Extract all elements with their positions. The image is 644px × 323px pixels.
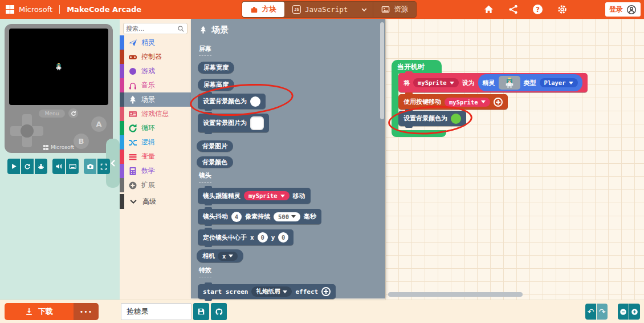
button-a[interactable]: A <box>91 116 107 132</box>
editor-mode-tabs: 方块 JS JavaScript 资源 <box>242 1 417 18</box>
on-start-block[interactable]: 当开机时 <box>392 60 442 74</box>
category-color-strip <box>120 35 124 50</box>
effect-dropdown[interactable]: 礼炮纸屑 <box>251 286 292 297</box>
expand-plus-icon[interactable] <box>494 98 503 107</box>
help-icon[interactable]: ? <box>533 5 543 14</box>
screenshot-button[interactable] <box>84 159 96 174</box>
sprite-of-kind-reporter[interactable]: 精灵 类型 Player <box>478 74 582 91</box>
block-center-camera[interactable]: 定位镜头中心于 x 0 y 0 <box>198 229 294 245</box>
section-effects: 特效 <box>199 266 211 277</box>
save-button[interactable] <box>193 303 209 320</box>
play-button[interactable] <box>7 159 20 174</box>
kind-dropdown[interactable]: Player <box>540 78 578 87</box>
floppy-icon <box>197 308 205 316</box>
download-button[interactable]: 下载 <box>5 303 74 320</box>
undo-button[interactable]: ↶ <box>585 304 596 320</box>
app-header: Microsoft MakeCode Arcade 方块 JS JavaScri… <box>0 0 644 19</box>
block-set-bg-color-used[interactable]: 设置背景颜色为 <box>398 111 466 126</box>
home-icon[interactable] <box>484 5 494 14</box>
share-icon[interactable] <box>508 5 518 14</box>
project-name-input[interactable] <box>121 303 191 320</box>
simulator-screen[interactable] <box>9 29 108 105</box>
zoom-out-button[interactable] <box>618 304 629 320</box>
category-info[interactable]: 游戏信息 <box>120 107 191 121</box>
microsoft-logo-icon <box>43 145 48 150</box>
category-variables[interactable]: 变量 <box>120 150 191 164</box>
sprite-image-slot[interactable] <box>499 76 520 90</box>
pixels-value[interactable]: 4 <box>231 212 242 222</box>
y-value[interactable]: 0 <box>278 232 288 243</box>
category-scene[interactable]: 场景 <box>120 92 191 107</box>
advanced-toggle[interactable]: 高级 <box>120 194 191 209</box>
expand-plus-icon[interactable] <box>321 287 331 296</box>
brand: Microsoft MakeCode Arcade <box>0 5 141 14</box>
block-start-screen-effect[interactable]: start screen 礼炮纸屑 effect <box>198 284 336 299</box>
block-bg-image[interactable]: 背景图片 <box>197 140 233 152</box>
bars-icon <box>128 152 137 161</box>
debug-button[interactable] <box>35 159 47 174</box>
chevron-down-icon <box>129 197 137 205</box>
image-slot[interactable] <box>250 116 264 130</box>
category-color-strip <box>120 135 124 150</box>
tab-blocks[interactable]: 方块 <box>242 2 284 17</box>
fullscreen-button[interactable] <box>97 159 110 174</box>
category-color-strip <box>120 64 124 78</box>
sound-button[interactable] <box>52 159 65 174</box>
search-input[interactable] <box>124 25 177 33</box>
category-color-strip <box>120 78 124 92</box>
bug-icon <box>38 163 44 170</box>
player-sprite-thumbnail <box>504 77 515 88</box>
category-extensions[interactable]: 扩展 <box>120 178 191 192</box>
block-bg-color[interactable]: 背景颜色 <box>197 156 233 168</box>
redo-button[interactable]: ↷ <box>597 304 608 320</box>
caret-icon <box>280 195 285 197</box>
tab-assets[interactable]: 资源 <box>373 2 416 17</box>
github-button[interactable] <box>211 303 227 320</box>
dpad[interactable] <box>10 114 43 147</box>
blocks-workspace[interactable]: 当开机时 将 mySprite 设为 精灵 类型 Player <box>385 19 644 300</box>
property-dropdown[interactable]: x <box>218 252 238 261</box>
block-set-sprite[interactable]: 将 mySprite 设为 精灵 类型 Player <box>398 73 588 92</box>
variable-dropdown[interactable]: mySprite <box>413 78 459 87</box>
simulator-toolbar <box>7 159 110 174</box>
tree-icon <box>128 95 137 104</box>
reset-button[interactable] <box>68 108 78 118</box>
duration-dropdown[interactable]: 500 <box>274 212 300 221</box>
category-math[interactable]: 数学 <box>120 164 191 178</box>
loop-icon <box>128 124 137 133</box>
sprite-dropdown[interactable]: mySprite <box>244 191 290 200</box>
block-move-with-buttons[interactable]: 使用按键移动 mySprite <box>398 94 508 110</box>
block-camera-property[interactable]: 相机 x <box>197 249 243 263</box>
block-screen-width[interactable]: 屏幕宽度 <box>198 62 234 74</box>
circle-icon <box>128 67 137 76</box>
keyboard-button[interactable] <box>66 159 79 174</box>
block-camera-follow[interactable]: 镜头跟随精灵 mySprite 移动 <box>198 188 311 204</box>
category-controller[interactable]: 控制器 <box>120 50 191 64</box>
restart-button[interactable] <box>21 159 34 174</box>
block-camera-shake[interactable]: 镜头抖动 4 像素持续 500 毫秒 <box>198 209 321 224</box>
block-screen-height[interactable]: 屏幕高度 <box>198 79 234 91</box>
tab-javascript[interactable]: JS JavaScript <box>284 2 356 17</box>
sprite-dropdown[interactable]: mySprite <box>445 98 490 107</box>
block-set-bg-image[interactable]: 设置背景图片为 <box>198 114 269 132</box>
category-loops[interactable]: 循环 <box>120 121 191 135</box>
category-logic[interactable]: 逻辑 <box>120 135 191 150</box>
download-more-button[interactable]: ••• <box>74 303 99 320</box>
flyout-scrollbar[interactable] <box>380 22 384 119</box>
category-sprites[interactable]: 精灵 <box>120 35 191 50</box>
zoom-in-icon <box>631 308 638 316</box>
x-value[interactable]: 0 <box>258 232 268 243</box>
signin-button[interactable]: 登录 <box>605 2 641 17</box>
color-slot-green[interactable] <box>451 114 461 124</box>
javascript-dropdown-caret[interactable] <box>356 2 373 17</box>
play-icon <box>11 163 17 169</box>
block-set-bg-color[interactable]: 设置背景颜色为 <box>198 94 266 109</box>
color-slot[interactable] <box>250 96 260 107</box>
category-game[interactable]: 游戏 <box>120 64 191 78</box>
zoom-in-button[interactable] <box>629 304 640 320</box>
workspace-horizontal-scrollbar[interactable] <box>388 292 523 297</box>
category-music[interactable]: 音乐 <box>120 78 191 92</box>
gear-icon[interactable] <box>557 5 567 14</box>
js-icon: JS <box>292 5 301 14</box>
chevron-down-icon <box>361 6 368 13</box>
